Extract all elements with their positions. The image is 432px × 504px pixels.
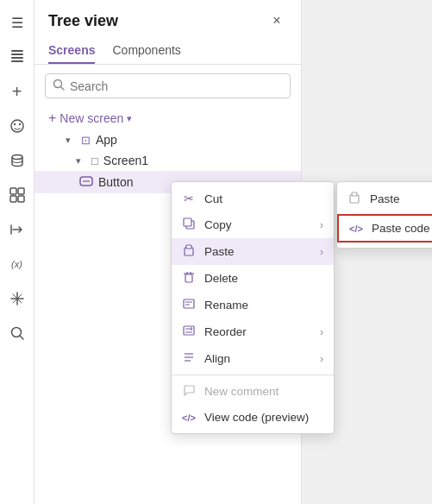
tabs: Screens Components bbox=[34, 38, 301, 65]
search-icon[interactable] bbox=[2, 318, 33, 349]
add-icon[interactable]: + bbox=[2, 76, 33, 107]
context-menu: ✂ Cut Copy › Paste › bbox=[171, 181, 335, 434]
comment-icon bbox=[182, 384, 196, 399]
chevron-icon: ▾ bbox=[76, 155, 88, 167]
code-icon: </> bbox=[182, 413, 196, 423]
app-label: App bbox=[96, 133, 287, 147]
new-screen-label: New screen bbox=[59, 111, 123, 125]
screen1-label: Screen1 bbox=[103, 154, 287, 167]
svg-rect-26 bbox=[185, 274, 192, 282]
svg-line-19 bbox=[61, 87, 65, 91]
paste-icon bbox=[182, 244, 196, 259]
svg-point-4 bbox=[11, 120, 23, 132]
arrow-icon: › bbox=[320, 219, 323, 231]
chevron-icon: ▾ bbox=[66, 135, 78, 146]
search-box[interactable] bbox=[45, 73, 291, 98]
paste-icon2 bbox=[347, 192, 361, 206]
svg-line-17 bbox=[20, 336, 23, 339]
arrows-icon[interactable] bbox=[2, 214, 33, 245]
paste-code-icon: </> bbox=[349, 224, 363, 234]
close-button[interactable]: × bbox=[266, 10, 287, 31]
align-icon bbox=[182, 351, 196, 366]
svg-rect-11 bbox=[18, 196, 24, 202]
hamburger-icon[interactable]: ☰ bbox=[2, 7, 33, 38]
menu-item-view-code[interactable]: </> View code (preview) bbox=[172, 405, 334, 430]
arrow-icon: › bbox=[320, 326, 323, 338]
palette-icon[interactable] bbox=[2, 110, 33, 142]
tree-panel: Tree view × Screens Components + New scr… bbox=[34, 0, 302, 504]
tools-icon[interactable] bbox=[2, 283, 33, 314]
arrow-icon: › bbox=[320, 246, 323, 258]
svg-rect-10 bbox=[10, 196, 16, 202]
rename-icon bbox=[182, 298, 196, 312]
svg-rect-40 bbox=[352, 192, 357, 196]
tab-components[interactable]: Components bbox=[112, 38, 180, 64]
copy-icon bbox=[182, 217, 196, 232]
menu-item-new-comment: New comment bbox=[172, 378, 334, 405]
components-icon[interactable] bbox=[2, 180, 33, 211]
menu-item-cut[interactable]: ✂ Cut bbox=[172, 186, 334, 211]
plus-icon: + bbox=[48, 110, 56, 126]
menu-item-delete[interactable]: Delete bbox=[172, 265, 334, 292]
search-input[interactable] bbox=[70, 79, 283, 93]
menu-item-align[interactable]: Align › bbox=[172, 345, 334, 372]
tree-item-app[interactable]: ▾ ⊡ App bbox=[34, 129, 301, 150]
svg-point-7 bbox=[12, 155, 22, 160]
reorder-icon bbox=[182, 324, 196, 339]
svg-rect-25 bbox=[186, 245, 191, 249]
svg-point-6 bbox=[18, 123, 20, 125]
screen-icon: □ bbox=[91, 154, 98, 167]
svg-rect-8 bbox=[10, 188, 16, 194]
menu-item-copy[interactable]: Copy › bbox=[172, 211, 334, 238]
svg-rect-0 bbox=[11, 54, 23, 55]
menu-item-paste[interactable]: Paste › bbox=[172, 238, 334, 265]
divider bbox=[172, 375, 334, 375]
delete-icon bbox=[182, 271, 196, 286]
new-screen-button[interactable]: + New screen ▾ bbox=[34, 107, 301, 129]
svg-rect-9 bbox=[18, 188, 24, 194]
paste-submenu-paste[interactable]: Paste bbox=[337, 186, 432, 212]
paste-submenu: Paste </> Paste code (preview) bbox=[336, 181, 432, 249]
svg-rect-3 bbox=[11, 50, 23, 52]
panel-title: Tree view bbox=[48, 12, 118, 30]
variables-icon[interactable]: (x) bbox=[2, 249, 33, 280]
tree-item-screen1[interactable]: ▾ □ Screen1 bbox=[34, 150, 301, 171]
svg-rect-33 bbox=[184, 326, 194, 335]
arrow-icon: › bbox=[320, 353, 323, 365]
layers-icon[interactable] bbox=[2, 41, 33, 72]
tree-header: Tree view × bbox=[34, 0, 301, 38]
button-icon bbox=[79, 176, 93, 189]
svg-rect-2 bbox=[11, 60, 23, 62]
menu-item-reorder[interactable]: Reorder › bbox=[172, 318, 334, 345]
search-icon bbox=[53, 79, 65, 93]
chevron-down-icon: ▾ bbox=[127, 113, 132, 124]
tab-screens[interactable]: Screens bbox=[48, 38, 95, 64]
svg-point-5 bbox=[13, 123, 15, 125]
menu-item-rename[interactable]: Rename bbox=[172, 292, 334, 318]
svg-rect-23 bbox=[184, 218, 191, 226]
app-icon: ⊡ bbox=[81, 134, 91, 147]
paste-code-button[interactable]: </> Paste code (preview) bbox=[337, 214, 432, 243]
database-icon[interactable] bbox=[2, 145, 33, 176]
svg-rect-1 bbox=[11, 57, 23, 59]
sidebar: ☰ + bbox=[0, 0, 34, 504]
svg-rect-30 bbox=[184, 299, 194, 308]
cut-icon: ✂ bbox=[182, 192, 196, 205]
